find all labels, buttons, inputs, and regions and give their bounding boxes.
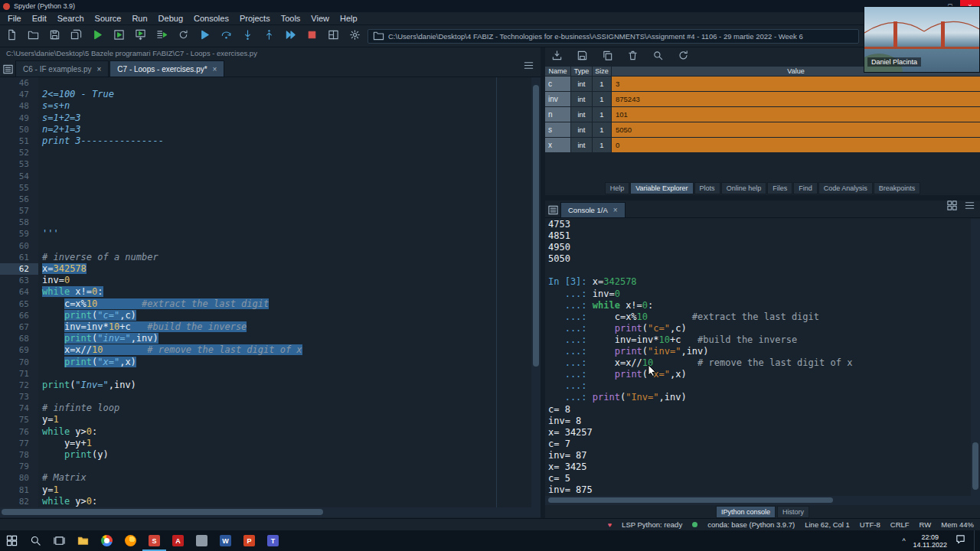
variable-row-c[interactable]: cint13: [545, 77, 980, 91]
line-number[interactable]: 71: [0, 368, 38, 380]
menu-help[interactable]: Help: [335, 12, 363, 24]
import-data-button[interactable]: [547, 47, 566, 66]
save-all-button[interactable]: [67, 27, 85, 45]
scrollbar-thumb[interactable]: [2, 509, 323, 515]
step-into-button[interactable]: [238, 27, 256, 45]
console-environments-icon[interactable]: [946, 200, 958, 214]
menu-source[interactable]: Source: [90, 12, 127, 24]
code-text[interactable]: # infinte loop: [38, 403, 119, 414]
line-number[interactable]: 49: [0, 112, 38, 124]
menu-edit[interactable]: Edit: [27, 12, 52, 24]
code-text[interactable]: x=x//10 # remove the last digit of x: [38, 344, 302, 356]
line-number[interactable]: 54: [0, 171, 38, 182]
remove-variable-button[interactable]: [623, 47, 642, 66]
line-number[interactable]: 72: [0, 380, 38, 391]
code-text[interactable]: while y>0:: [38, 426, 97, 438]
variable-value[interactable]: 0: [612, 138, 980, 152]
menu-tools[interactable]: Tools: [276, 12, 306, 24]
line-number[interactable]: 47: [0, 89, 38, 100]
show-desktop-button[interactable]: [974, 530, 978, 551]
ipython-console[interactable]: 4753485149505050 In [3]: x=342578 ...: i…: [545, 219, 969, 496]
copy-data-button[interactable]: [598, 47, 616, 66]
line-number[interactable]: 48: [0, 100, 38, 112]
taskbar-teams[interactable]: T: [261, 530, 285, 551]
taskbar-powerpoint[interactable]: P: [237, 530, 261, 551]
code-text[interactable]: [38, 171, 42, 182]
pane-tab-help[interactable]: Help: [605, 182, 630, 194]
code-text[interactable]: y=1: [38, 484, 59, 496]
console-vertical-scrollbar[interactable]: [971, 219, 980, 496]
code-text[interactable]: [38, 461, 42, 472]
maximize-pane-button[interactable]: [324, 27, 342, 45]
line-number[interactable]: 58: [0, 217, 38, 228]
stop-execution-button[interactable]: [302, 27, 321, 45]
variable-value[interactable]: 101: [612, 107, 980, 122]
line-number[interactable]: 78: [0, 449, 38, 461]
run-selection-button[interactable]: [152, 27, 171, 45]
line-number[interactable]: 59: [0, 228, 38, 240]
code-text[interactable]: y=1: [38, 414, 59, 425]
code-text[interactable]: [38, 391, 42, 403]
pane-tab-code-analysis[interactable]: Code Analysis: [818, 182, 873, 194]
line-number[interactable]: 56: [0, 194, 38, 205]
code-text[interactable]: n=2+1=3: [38, 124, 81, 135]
line-number[interactable]: 55: [0, 182, 38, 194]
menu-search[interactable]: Search: [52, 12, 90, 24]
step-return-button[interactable]: [260, 27, 278, 45]
line-number[interactable]: 53: [0, 158, 38, 170]
taskbar-word[interactable]: W: [214, 530, 237, 551]
line-number[interactable]: 57: [0, 205, 38, 217]
code-text[interactable]: [38, 205, 42, 217]
line-number[interactable]: 68: [0, 333, 38, 344]
run-cell-advance-button[interactable]: [131, 27, 149, 45]
editor-options-icon[interactable]: [523, 60, 534, 74]
code-text[interactable]: [38, 182, 42, 194]
console-bottom-tab-history[interactable]: History: [777, 506, 809, 518]
code-text[interactable]: [38, 194, 42, 205]
line-number[interactable]: 65: [0, 298, 38, 310]
scrollbar-thumb[interactable]: [972, 442, 978, 490]
save-file-button[interactable]: [45, 27, 64, 45]
taskbar-chrome[interactable]: [95, 530, 119, 551]
preferences-button[interactable]: [345, 27, 364, 45]
taskbar-gray-app[interactable]: [190, 530, 214, 551]
scrollbar-thumb[interactable]: [548, 497, 833, 503]
code-text[interactable]: 2<=100 - True: [38, 89, 114, 100]
taskbar-task-view[interactable]: [47, 530, 71, 551]
code-text[interactable]: [38, 147, 42, 158]
menu-debug[interactable]: Debug: [153, 12, 188, 24]
code-text[interactable]: inv=inv*10+c #build the inverse: [38, 321, 247, 333]
pane-tab-online-help[interactable]: Online help: [721, 182, 767, 194]
line-number[interactable]: 80: [0, 472, 38, 484]
code-text[interactable]: [38, 240, 42, 252]
console-bottom-tab-ipython-console[interactable]: IPython console: [716, 506, 776, 518]
interpreter-status[interactable]: conda: base (Python 3.9.7): [707, 520, 795, 529]
variable-row-n[interactable]: nint1101: [545, 107, 980, 122]
taskbar-start[interactable]: [0, 530, 24, 551]
taskbar-file-explorer[interactable]: [71, 530, 95, 551]
tab-close-icon[interactable]: ×: [96, 65, 101, 73]
code-text[interactable]: [38, 77, 42, 89]
code-editor[interactable]: 46472<=100 - True48s=s+n49s=1+2=350n=2+1…: [0, 77, 531, 507]
line-number[interactable]: 81: [0, 484, 38, 496]
debug-file-button[interactable]: [195, 27, 214, 45]
editor-vertical-scrollbar[interactable]: [531, 77, 541, 507]
notification-icon[interactable]: [955, 533, 966, 548]
editor-tab[interactable]: C6 - IF examples.py×: [15, 60, 109, 77]
variable-row-x[interactable]: xint10: [545, 138, 980, 152]
line-number[interactable]: 76: [0, 426, 38, 438]
line-number[interactable]: 66: [0, 310, 38, 321]
line-number[interactable]: 74: [0, 403, 38, 414]
code-text[interactable]: x=342578: [38, 263, 87, 275]
run-cell-button[interactable]: [109, 27, 128, 45]
run-file-button[interactable]: [88, 27, 106, 45]
code-text[interactable]: s=1+2=3: [38, 112, 81, 124]
browse-tabs-icon[interactable]: [0, 61, 15, 77]
variable-row-s[interactable]: sint15050: [545, 122, 980, 137]
line-number[interactable]: 64: [0, 286, 38, 298]
open-file-button[interactable]: [24, 27, 42, 45]
code-text[interactable]: [38, 158, 42, 170]
rerun-cell-button[interactable]: [174, 27, 192, 45]
step-over-button[interactable]: [217, 27, 235, 45]
code-text[interactable]: print("c=",c): [38, 310, 136, 321]
